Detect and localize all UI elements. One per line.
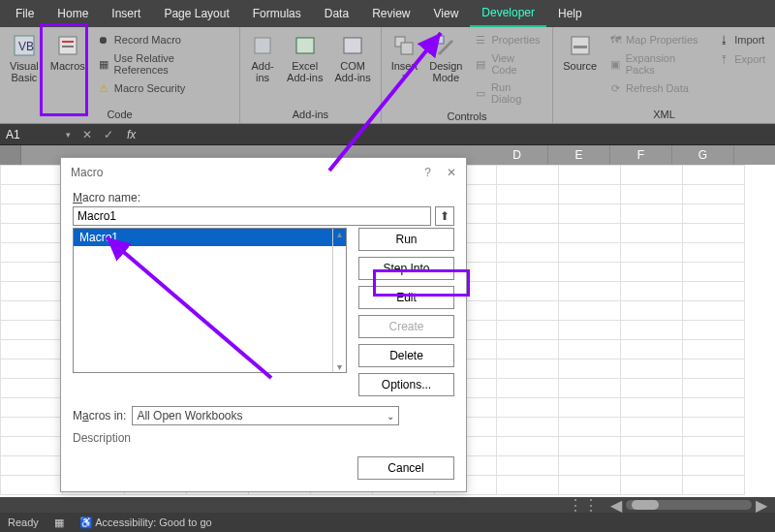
formula-bar: ▾ ✕ ✓ fx xyxy=(0,124,775,145)
map-properties-label: Map Properties xyxy=(626,34,698,46)
expansion-packs-button[interactable]: ▣Expansion Packs xyxy=(606,50,707,78)
export-button[interactable]: ⭱Export xyxy=(715,50,767,68)
macro-name-input[interactable] xyxy=(73,206,431,226)
step-into-button[interactable]: Step Into xyxy=(358,257,454,280)
source-label: Source xyxy=(563,60,597,72)
tab-data[interactable]: Data xyxy=(313,0,360,27)
name-box[interactable] xyxy=(0,124,60,144)
cancel-formula-icon[interactable]: ✕ xyxy=(77,128,98,141)
select-all-corner[interactable] xyxy=(0,145,21,165)
record-macro-label: Record Macro xyxy=(114,34,181,46)
view-code-button[interactable]: ▤View Code xyxy=(472,50,544,78)
tab-help[interactable]: Help xyxy=(546,0,594,27)
relative-refs-label: Use Relative References xyxy=(114,52,231,76)
col-header-e[interactable]: E xyxy=(548,145,610,165)
list-scrollbar[interactable]: ▴▾ xyxy=(332,229,346,372)
source-button[interactable]: Source xyxy=(557,29,603,107)
macro-name-go-button[interactable]: ⬆ xyxy=(435,206,454,226)
up-arrow-icon: ⬆ xyxy=(440,209,450,223)
svg-rect-10 xyxy=(436,36,444,44)
scroll-down-icon[interactable]: ▾ xyxy=(333,361,346,372)
visual-basic-button[interactable]: VB Visual Basic xyxy=(4,29,45,107)
addins-icon xyxy=(250,33,275,58)
tab-formulas[interactable]: Formulas xyxy=(241,0,313,27)
macro-security-button[interactable]: ⚠Macro Security xyxy=(95,79,232,97)
col-header-g[interactable]: G xyxy=(672,145,734,165)
import-label: Import xyxy=(734,34,764,46)
macros-in-select[interactable]: All Open Workbooks ⌄ xyxy=(132,406,399,425)
expansion-packs-label: Expansion Packs xyxy=(626,52,705,76)
delete-button[interactable]: Delete xyxy=(358,344,454,367)
design-mode-button[interactable]: Design Mode xyxy=(423,29,468,109)
visual-basic-icon: VB xyxy=(12,33,37,58)
svg-rect-6 xyxy=(296,38,314,53)
com-addins-icon xyxy=(340,33,365,58)
relative-refs-button[interactable]: ▦Use Relative References xyxy=(95,50,232,78)
scroll-right-icon[interactable]: ▶ xyxy=(752,496,771,515)
macro-list-item[interactable]: Macro1 xyxy=(74,229,346,246)
accessibility-status[interactable]: ♿ Accessibility: Good to go xyxy=(79,516,212,529)
properties-icon: ☰ xyxy=(474,33,487,47)
svg-text:VB: VB xyxy=(18,40,34,53)
description-label: Description xyxy=(73,431,454,445)
addins-label: Add- ins xyxy=(251,60,273,83)
com-addins-button[interactable]: COM Add-ins xyxy=(328,29,376,107)
dialog-help-button[interactable]: ? xyxy=(424,166,431,179)
import-icon: ⭳ xyxy=(717,33,730,47)
scroll-track[interactable] xyxy=(626,500,752,510)
record-macro-button[interactable]: ⏺Record Macro xyxy=(95,31,232,48)
tab-file[interactable]: File xyxy=(4,0,46,27)
design-mode-icon xyxy=(433,33,458,58)
macros-in-value: All Open Workbooks xyxy=(137,409,242,422)
tab-page-layout[interactable]: Page Layout xyxy=(152,0,240,27)
dialog-close-button[interactable]: ✕ xyxy=(447,166,456,179)
expansion-icon: ▣ xyxy=(608,57,622,71)
ribbon-group-controls: Insert▾ Design Mode ☰Properties ▤View Co… xyxy=(382,27,553,123)
edit-button[interactable]: Edit xyxy=(358,286,454,309)
insert-control-label: Insert xyxy=(391,60,418,72)
tab-review[interactable]: Review xyxy=(360,0,421,27)
cancel-button[interactable]: Cancel xyxy=(357,456,454,480)
excel-addins-icon xyxy=(293,33,318,58)
ribbon-group-addins: Add- ins Excel Add-ins COM Add-ins Add-i… xyxy=(240,27,382,123)
view-code-icon: ▤ xyxy=(474,57,487,71)
macros-button[interactable]: Macros xyxy=(45,29,91,107)
excel-addins-button[interactable]: Excel Add-ins xyxy=(281,29,328,107)
tab-view[interactable]: View xyxy=(422,0,471,27)
scroll-left-icon[interactable]: ◀ xyxy=(606,496,626,515)
scroll-up-icon[interactable]: ▴ xyxy=(333,229,346,239)
scroll-thumb[interactable] xyxy=(632,500,659,510)
run-button[interactable]: Run xyxy=(358,228,454,251)
import-button[interactable]: ⭳Import xyxy=(715,31,767,48)
macro-list[interactable]: Macro1 ▴▾ xyxy=(73,228,347,373)
run-dialog-button[interactable]: ▭Run Dialog xyxy=(472,79,544,107)
fx-label[interactable]: fx xyxy=(119,128,143,141)
name-box-dropdown[interactable]: ▾ xyxy=(60,130,77,140)
col-header-d[interactable]: D xyxy=(486,145,548,165)
svg-rect-5 xyxy=(255,38,270,53)
tab-home[interactable]: Home xyxy=(46,0,100,27)
code-group-label: Code xyxy=(4,107,235,123)
tab-developer[interactable]: Developer xyxy=(470,0,546,27)
col-header-f[interactable]: F xyxy=(610,145,672,165)
accept-formula-icon[interactable]: ✓ xyxy=(98,128,119,141)
insert-control-button[interactable]: Insert▾ xyxy=(386,29,424,109)
tab-insert[interactable]: Insert xyxy=(100,0,152,27)
options-button[interactable]: Options... xyxy=(358,373,454,396)
addins-button[interactable]: Add- ins xyxy=(244,29,281,107)
xml-group-label: XML xyxy=(557,107,771,123)
horizontal-scrollbar[interactable]: ⋮⋮ ◀ ▶ xyxy=(0,497,775,513)
com-addins-label: COM Add-ins xyxy=(334,60,370,83)
formula-input[interactable] xyxy=(143,124,775,144)
properties-button[interactable]: ☰Properties xyxy=(472,31,544,48)
refresh-data-button[interactable]: ⟳Refresh Data xyxy=(606,79,707,97)
accessibility-label: Accessibility: Good to go xyxy=(95,516,211,528)
macros-icon xyxy=(55,33,80,58)
macro-name-label: MMacro name:acro name: xyxy=(73,191,140,204)
ribbon-group-xml: Source 🗺Map Properties ▣Expansion Packs … xyxy=(553,27,775,123)
map-icon: 🗺 xyxy=(608,33,622,47)
create-button[interactable]: Create xyxy=(358,315,454,338)
status-mode-icon[interactable]: ▦ xyxy=(54,516,64,529)
map-properties-button[interactable]: 🗺Map Properties xyxy=(606,31,707,48)
record-icon: ⏺ xyxy=(97,33,110,47)
